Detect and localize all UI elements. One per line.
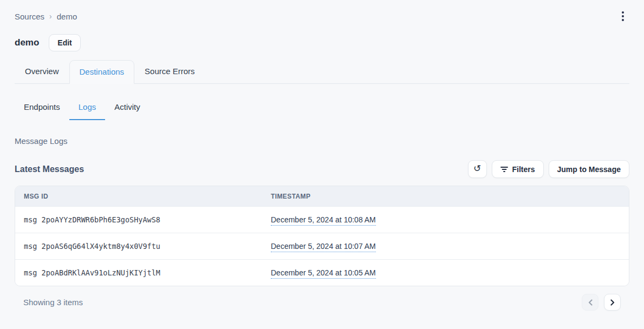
pagination <box>582 294 621 311</box>
section-label-message-logs: Message Logs <box>15 136 629 146</box>
timestamp-cell: December 5, 2024 at 10:08 AM <box>271 215 629 224</box>
chevron-left-icon <box>588 299 593 306</box>
main-tabs: Overview Destinations Source Errors <box>15 60 629 84</box>
column-header-timestamp: TIMESTAMP <box>271 193 629 200</box>
breadcrumb-item-sources[interactable]: Sources <box>15 12 44 21</box>
refresh-button[interactable]: ↺ <box>468 160 487 178</box>
subtab-activity[interactable]: Activity <box>105 97 149 120</box>
table-row[interactable]: msg_2poAS6qG64lX4yktm8y4x0V9ftu December… <box>15 233 629 259</box>
subtab-logs[interactable]: Logs <box>69 97 106 120</box>
title-row: demo Edit <box>15 34 629 51</box>
tab-destinations[interactable]: Destinations <box>69 60 135 84</box>
breadcrumb-separator-icon: › <box>49 12 52 21</box>
timestamp-cell: December 5, 2024 at 10:07 AM <box>271 242 629 251</box>
page: Sources › demo demo Edit Overview Destin… <box>0 0 644 311</box>
table-header-row: MSG ID TIMESTAMP <box>15 186 629 206</box>
kebab-menu-icon[interactable] <box>616 8 629 24</box>
toolbar: Latest Messages ↺ Filters Jump to Messag… <box>15 160 629 178</box>
timestamp-cell: December 5, 2024 at 10:05 AM <box>271 268 629 277</box>
filters-button[interactable]: Filters <box>492 160 544 178</box>
chevron-right-icon <box>610 299 615 306</box>
jump-to-message-button[interactable]: Jump to Message <box>549 160 629 178</box>
subtab-endpoints[interactable]: Endpoints <box>15 97 69 120</box>
msg-id-cell: msg_2poAYYzDRWR6bPh6E3goSHyAwS8 <box>15 215 271 224</box>
timestamp-link[interactable]: December 5, 2024 at 10:05 AM <box>271 268 376 279</box>
previous-page-button[interactable] <box>582 294 599 311</box>
toolbar-actions: ↺ Filters Jump to Message <box>468 160 630 178</box>
column-header-msg-id: MSG ID <box>15 193 271 200</box>
top-bar: Sources › demo <box>15 0 629 22</box>
table-footer: Showing 3 items <box>15 294 629 311</box>
latest-messages-heading: Latest Messages <box>15 164 84 174</box>
next-page-button[interactable] <box>604 294 621 311</box>
filter-lines-icon <box>500 166 508 173</box>
table-row[interactable]: msg_2poAYYzDRWR6bPh6E3goSHyAwS8 December… <box>15 206 629 233</box>
breadcrumb: Sources › demo <box>15 12 77 21</box>
items-count-label: Showing 3 items <box>15 298 83 307</box>
timestamp-link[interactable]: December 5, 2024 at 10:07 AM <box>271 242 376 252</box>
tab-source-errors[interactable]: Source Errors <box>134 60 205 83</box>
sub-tabs: Endpoints Logs Activity <box>15 97 629 120</box>
msg-id-cell: msg_2poABdRKlAAv91oLzNUjKIYjtlM <box>15 268 271 277</box>
page-title: demo <box>15 37 39 48</box>
tab-overview[interactable]: Overview <box>15 60 69 83</box>
jump-to-message-label: Jump to Message <box>557 165 621 174</box>
refresh-icon: ↺ <box>473 164 481 173</box>
message-logs-table: MSG ID TIMESTAMP msg_2poAYYzDRWR6bPh6E3g… <box>15 186 629 286</box>
table-row[interactable]: msg_2poABdRKlAAv91oLzNUjKIYjtlM December… <box>15 259 629 286</box>
edit-button[interactable]: Edit <box>49 34 80 51</box>
msg-id-cell: msg_2poAS6qG64lX4yktm8y4x0V9ftu <box>15 242 271 251</box>
breadcrumb-item-demo[interactable]: demo <box>57 12 77 21</box>
timestamp-link[interactable]: December 5, 2024 at 10:08 AM <box>271 215 376 226</box>
filters-button-label: Filters <box>512 165 535 174</box>
